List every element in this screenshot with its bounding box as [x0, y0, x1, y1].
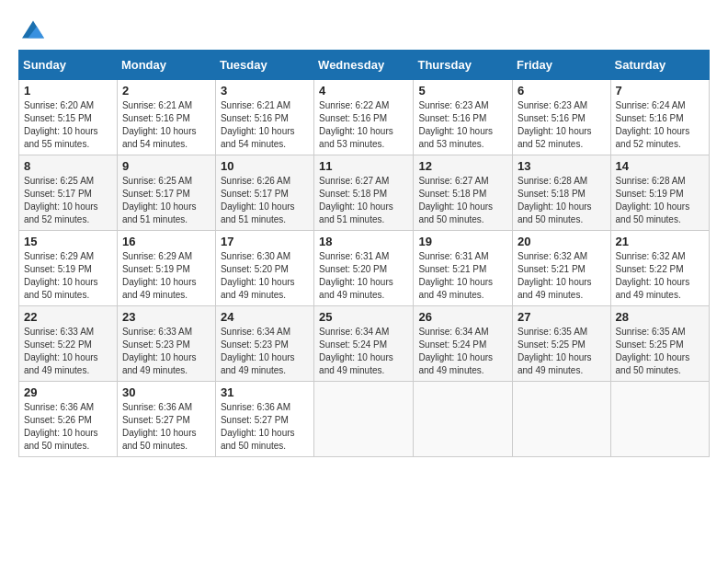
- day-info: Sunrise: 6:28 AM Sunset: 5:19 PM Dayligh…: [616, 175, 704, 226]
- day-info: Sunrise: 6:36 AM Sunset: 5:26 PM Dayligh…: [24, 401, 112, 453]
- day-info: Sunrise: 6:25 AM Sunset: 5:17 PM Dayligh…: [122, 175, 210, 226]
- day-number: 9: [122, 159, 210, 173]
- day-number: 21: [616, 235, 704, 248]
- day-info: Sunrise: 6:36 AM Sunset: 5:27 PM Dayligh…: [122, 401, 210, 453]
- day-number: 30: [122, 385, 210, 399]
- calendar-cell: 14 Sunrise: 6:28 AM Sunset: 5:19 PM Dayl…: [610, 155, 709, 231]
- day-number: 28: [616, 310, 704, 324]
- day-number: 17: [221, 235, 309, 248]
- day-number: 10: [221, 159, 309, 173]
- header: [18, 18, 710, 40]
- day-number: 4: [319, 84, 408, 98]
- calendar-cell: 9 Sunrise: 6:25 AM Sunset: 5:17 PM Dayli…: [117, 155, 215, 231]
- day-info: Sunrise: 6:31 AM Sunset: 5:20 PM Dayligh…: [319, 250, 408, 302]
- calendar-cell: 1 Sunrise: 6:20 AM Sunset: 5:15 PM Dayli…: [19, 80, 118, 155]
- day-info: Sunrise: 6:27 AM Sunset: 5:18 PM Dayligh…: [319, 175, 408, 226]
- calendar-cell: 10 Sunrise: 6:26 AM Sunset: 5:17 PM Dayl…: [215, 155, 313, 231]
- day-number: 16: [122, 235, 210, 248]
- day-number: 7: [616, 84, 704, 98]
- calendar-cell: 11 Sunrise: 6:27 AM Sunset: 5:18 PM Dayl…: [314, 155, 414, 231]
- calendar-cell: [610, 382, 709, 457]
- calendar-cell: 18 Sunrise: 6:31 AM Sunset: 5:20 PM Dayl…: [314, 231, 414, 306]
- day-of-week-header: Tuesday: [215, 51, 313, 80]
- calendar-cell: 4 Sunrise: 6:22 AM Sunset: 5:16 PM Dayli…: [314, 80, 414, 155]
- calendar-cell: 2 Sunrise: 6:21 AM Sunset: 5:16 PM Dayli…: [117, 80, 215, 155]
- calendar-cell: [513, 382, 611, 457]
- calendar-cell: 7 Sunrise: 6:24 AM Sunset: 5:16 PM Dayli…: [610, 80, 709, 155]
- day-number: 14: [616, 159, 704, 173]
- day-number: 2: [122, 84, 210, 98]
- day-number: 22: [24, 310, 112, 324]
- day-info: Sunrise: 6:33 AM Sunset: 5:22 PM Dayligh…: [24, 326, 112, 377]
- calendar-cell: 20 Sunrise: 6:32 AM Sunset: 5:21 PM Dayl…: [513, 231, 611, 306]
- day-info: Sunrise: 6:32 AM Sunset: 5:21 PM Dayligh…: [518, 250, 606, 302]
- day-info: Sunrise: 6:20 AM Sunset: 5:15 PM Dayligh…: [24, 99, 112, 151]
- day-number: 19: [418, 235, 507, 248]
- day-number: 15: [24, 235, 112, 248]
- day-of-week-header: Thursday: [414, 51, 513, 80]
- day-number: 11: [319, 159, 408, 173]
- calendar: SundayMondayTuesdayWednesdayThursdayFrid…: [18, 50, 710, 457]
- day-info: Sunrise: 6:35 AM Sunset: 5:25 PM Dayligh…: [518, 326, 606, 377]
- calendar-cell: 3 Sunrise: 6:21 AM Sunset: 5:16 PM Dayli…: [215, 80, 313, 155]
- day-number: 3: [221, 84, 309, 98]
- day-number: 18: [319, 235, 408, 248]
- logo-icon: [22, 18, 44, 40]
- day-info: Sunrise: 6:21 AM Sunset: 5:16 PM Dayligh…: [221, 99, 309, 151]
- calendar-cell: 5 Sunrise: 6:23 AM Sunset: 5:16 PM Dayli…: [414, 80, 513, 155]
- day-info: Sunrise: 6:34 AM Sunset: 5:24 PM Dayligh…: [319, 326, 408, 377]
- day-number: 8: [24, 159, 112, 173]
- day-number: 27: [518, 310, 606, 324]
- calendar-cell: 8 Sunrise: 6:25 AM Sunset: 5:17 PM Dayli…: [19, 155, 118, 231]
- day-info: Sunrise: 6:36 AM Sunset: 5:27 PM Dayligh…: [221, 401, 309, 453]
- day-of-week-header: Saturday: [610, 51, 709, 80]
- day-info: Sunrise: 6:21 AM Sunset: 5:16 PM Dayligh…: [122, 99, 210, 151]
- day-info: Sunrise: 6:26 AM Sunset: 5:17 PM Dayligh…: [221, 175, 309, 226]
- day-info: Sunrise: 6:35 AM Sunset: 5:25 PM Dayligh…: [616, 326, 704, 377]
- day-info: Sunrise: 6:34 AM Sunset: 5:23 PM Dayligh…: [221, 326, 309, 377]
- day-info: Sunrise: 6:30 AM Sunset: 5:20 PM Dayligh…: [221, 250, 309, 302]
- calendar-cell: [314, 382, 414, 457]
- calendar-cell: 17 Sunrise: 6:30 AM Sunset: 5:20 PM Dayl…: [215, 231, 313, 306]
- day-info: Sunrise: 6:25 AM Sunset: 5:17 PM Dayligh…: [24, 175, 112, 226]
- day-number: 5: [418, 84, 507, 98]
- day-info: Sunrise: 6:28 AM Sunset: 5:18 PM Dayligh…: [518, 175, 606, 226]
- day-info: Sunrise: 6:24 AM Sunset: 5:16 PM Dayligh…: [616, 99, 704, 151]
- day-of-week-header: Friday: [513, 51, 611, 80]
- day-info: Sunrise: 6:29 AM Sunset: 5:19 PM Dayligh…: [24, 250, 112, 302]
- day-number: 20: [518, 235, 606, 248]
- calendar-cell: 15 Sunrise: 6:29 AM Sunset: 5:19 PM Dayl…: [19, 231, 118, 306]
- day-number: 31: [221, 385, 309, 399]
- day-info: Sunrise: 6:33 AM Sunset: 5:23 PM Dayligh…: [122, 326, 210, 377]
- calendar-cell: 12 Sunrise: 6:27 AM Sunset: 5:18 PM Dayl…: [414, 155, 513, 231]
- day-info: Sunrise: 6:22 AM Sunset: 5:16 PM Dayligh…: [319, 99, 408, 151]
- day-info: Sunrise: 6:23 AM Sunset: 5:16 PM Dayligh…: [418, 99, 507, 151]
- day-info: Sunrise: 6:29 AM Sunset: 5:19 PM Dayligh…: [122, 250, 210, 302]
- calendar-cell: 26 Sunrise: 6:34 AM Sunset: 5:24 PM Dayl…: [414, 306, 513, 382]
- calendar-cell: 19 Sunrise: 6:31 AM Sunset: 5:21 PM Dayl…: [414, 231, 513, 306]
- day-number: 1: [24, 84, 112, 98]
- day-number: 25: [319, 310, 408, 324]
- day-number: 26: [418, 310, 507, 324]
- day-number: 6: [518, 84, 606, 98]
- calendar-cell: 27 Sunrise: 6:35 AM Sunset: 5:25 PM Dayl…: [513, 306, 611, 382]
- day-of-week-header: Wednesday: [314, 51, 414, 80]
- day-number: 13: [518, 159, 606, 173]
- calendar-cell: 13 Sunrise: 6:28 AM Sunset: 5:18 PM Dayl…: [513, 155, 611, 231]
- calendar-cell: 30 Sunrise: 6:36 AM Sunset: 5:27 PM Dayl…: [117, 382, 215, 457]
- calendar-cell: 23 Sunrise: 6:33 AM Sunset: 5:23 PM Dayl…: [117, 306, 215, 382]
- day-info: Sunrise: 6:34 AM Sunset: 5:24 PM Dayligh…: [418, 326, 507, 377]
- day-number: 24: [221, 310, 309, 324]
- calendar-cell: 28 Sunrise: 6:35 AM Sunset: 5:25 PM Dayl…: [610, 306, 709, 382]
- day-number: 29: [24, 385, 112, 399]
- calendar-cell: 25 Sunrise: 6:34 AM Sunset: 5:24 PM Dayl…: [314, 306, 414, 382]
- calendar-cell: 6 Sunrise: 6:23 AM Sunset: 5:16 PM Dayli…: [513, 80, 611, 155]
- day-info: Sunrise: 6:31 AM Sunset: 5:21 PM Dayligh…: [418, 250, 507, 302]
- calendar-cell: 16 Sunrise: 6:29 AM Sunset: 5:19 PM Dayl…: [117, 231, 215, 306]
- calendar-cell: 31 Sunrise: 6:36 AM Sunset: 5:27 PM Dayl…: [215, 382, 313, 457]
- day-of-week-header: Monday: [117, 51, 215, 80]
- day-number: 23: [122, 310, 210, 324]
- calendar-cell: [414, 382, 513, 457]
- calendar-cell: 24 Sunrise: 6:34 AM Sunset: 5:23 PM Dayl…: [215, 306, 313, 382]
- calendar-cell: 29 Sunrise: 6:36 AM Sunset: 5:26 PM Dayl…: [19, 382, 118, 457]
